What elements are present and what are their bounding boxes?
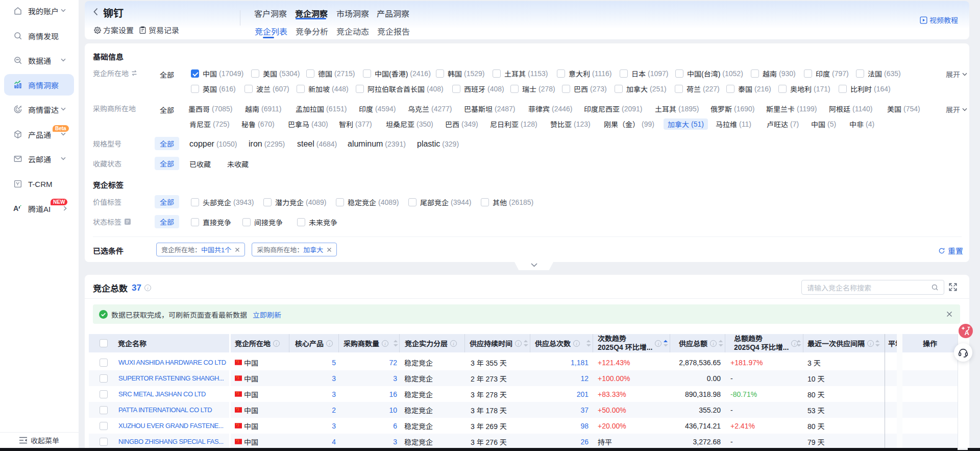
svg-text:A: A: [13, 204, 18, 212]
